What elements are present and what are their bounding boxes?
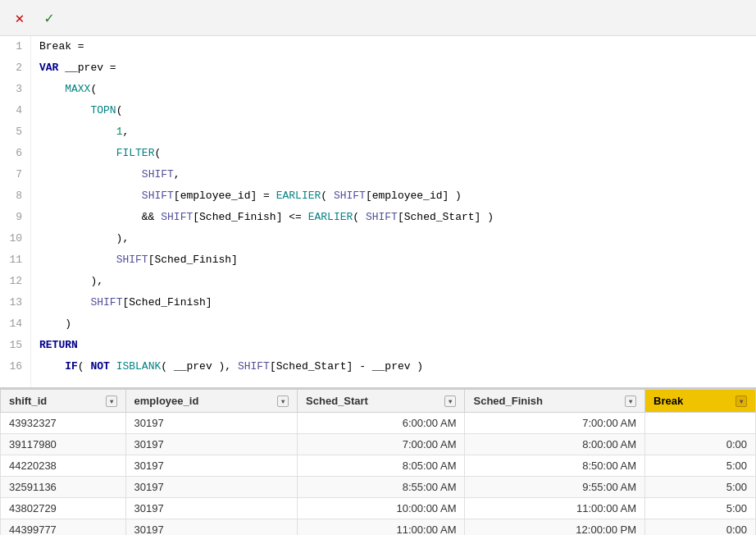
line-number: 1 [8, 36, 22, 57]
table-row: 39117980301977:00:00 AM8:00:00 AM0:00 [1, 434, 756, 455]
table-row: 44220238301978:05:00 AM8:50:00 AM5:00 [1, 455, 756, 477]
table-header-employee_id[interactable]: employee_id▾ [125, 390, 297, 413]
line-number: 4 [8, 100, 22, 121]
column-label-break: Break [654, 395, 683, 407]
data-table: shift_id▾employee_id▾Sched_Start▾Sched_F… [0, 389, 756, 535]
table-header-sched_finish[interactable]: Sched_Finish▾ [465, 390, 645, 413]
cell-break: 0:00 [645, 519, 756, 536]
line-number: 9 [8, 207, 22, 228]
cell-sched_start: 6:00:00 AM [298, 413, 465, 434]
table-row: 43932327301976:00:00 AM7:00:00 AM [1, 413, 756, 434]
table-header-sched_start[interactable]: Sched_Start▾ [298, 390, 465, 413]
cell-shift_id: 32591136 [1, 477, 126, 498]
column-label-sched_start: Sched_Start [306, 395, 368, 407]
line-number: 10 [8, 228, 22, 249]
cell-sched_finish: 12:00:00 PM [465, 519, 645, 536]
cell-employee_id: 30197 [125, 413, 297, 434]
cell-sched_start: 10:00:00 AM [298, 498, 465, 519]
code-line: 1, [39, 121, 748, 143]
cell-shift_id: 39117980 [1, 434, 126, 455]
line-number: 12 [8, 271, 22, 292]
code-line: ), [39, 271, 748, 292]
cell-break: 5:00 [645, 498, 756, 519]
code-line: SHIFT[Sched_Finish] [39, 249, 748, 271]
code-line: TOPN( [39, 100, 748, 121]
cell-employee_id: 30197 [125, 455, 297, 477]
cell-shift_id: 44399777 [1, 519, 126, 536]
cell-sched_start: 11:00:00 AM [298, 519, 465, 536]
cell-sched_finish: 9:55:00 AM [465, 477, 645, 498]
code-line: SHIFT, [39, 164, 748, 185]
cell-break [645, 413, 756, 434]
toolbar: ✕ ✓ [0, 0, 756, 36]
sort-dropdown-employee_id[interactable]: ▾ [277, 396, 289, 407]
line-number: 6 [8, 143, 22, 164]
cell-employee_id: 30197 [125, 498, 297, 519]
cell-sched_finish: 7:00:00 AM [465, 413, 645, 434]
code-line: ), [39, 228, 748, 249]
confirm-button[interactable]: ✓ [38, 7, 61, 30]
cell-break: 0:00 [645, 434, 756, 455]
cell-shift_id: 43932327 [1, 413, 126, 434]
table-header-shift_id[interactable]: shift_id▾ [1, 390, 126, 413]
line-number: 16 [8, 356, 22, 377]
line-number: 13 [8, 292, 22, 313]
code-line: && SHIFT[Sched_Finish] <= EARLIER( SHIFT… [39, 207, 748, 228]
line-number: 15 [8, 335, 22, 356]
cell-shift_id: 44220238 [1, 455, 126, 477]
code-content[interactable]: Break =VAR __prev = MAXX( TOPN( 1, FILTE… [31, 36, 756, 387]
code-line: SHIFT[Sched_Finish] [39, 292, 748, 313]
code-line: ) [39, 313, 748, 335]
table-row: 438027293019710:00:00 AM11:00:00 AM5:00 [1, 498, 756, 519]
line-number: 11 [8, 249, 22, 271]
cell-employee_id: 30197 [125, 519, 297, 536]
column-label-employee_id: employee_id [134, 395, 199, 407]
cell-employee_id: 30197 [125, 434, 297, 455]
column-label-shift_id: shift_id [9, 395, 47, 407]
code-line: IF( NOT ISBLANK( __prev ), SHIFT[Sched_S… [39, 356, 748, 377]
editor-area: 12345678910111213141516 Break =VAR __pre… [0, 36, 756, 389]
cell-sched_finish: 8:50:00 AM [465, 455, 645, 477]
sort-dropdown-sched_start[interactable]: ▾ [444, 396, 456, 407]
line-number: 3 [8, 79, 22, 100]
line-number: 14 [8, 313, 22, 335]
cell-shift_id: 43802729 [1, 498, 126, 519]
cell-sched_start: 8:05:00 AM [298, 455, 465, 477]
code-line: RETURN [39, 335, 748, 356]
table-row: 32591136301978:55:00 AM9:55:00 AM5:00 [1, 477, 756, 498]
code-line: VAR __prev = [39, 57, 748, 79]
cell-sched_start: 7:00:00 AM [298, 434, 465, 455]
line-number: 5 [8, 121, 22, 143]
code-line: SHIFT[employee_id] = EARLIER( SHIFT[empl… [39, 185, 748, 207]
code-line: Break = [39, 36, 748, 57]
cell-break: 5:00 [645, 477, 756, 498]
cell-break: 5:00 [645, 455, 756, 477]
code-line: MAXX( [39, 79, 748, 100]
cell-sched_finish: 11:00:00 AM [465, 498, 645, 519]
sort-dropdown-break[interactable]: ▾ [736, 396, 747, 407]
table-header-break[interactable]: Break▾ [645, 390, 756, 413]
column-label-sched_finish: Sched_Finish [473, 395, 543, 407]
close-button[interactable]: ✕ [8, 7, 31, 30]
sort-dropdown-sched_finish[interactable]: ▾ [625, 396, 636, 407]
cell-employee_id: 30197 [125, 477, 297, 498]
cell-sched_start: 8:55:00 AM [298, 477, 465, 498]
table-row: 443997773019711:00:00 AM12:00:00 PM0:00 [1, 519, 756, 536]
line-number: 7 [8, 164, 22, 185]
table-area: shift_id▾employee_id▾Sched_Start▾Sched_F… [0, 389, 756, 535]
line-number: 2 [8, 57, 22, 79]
cell-sched_finish: 8:00:00 AM [465, 434, 645, 455]
line-number: 8 [8, 185, 22, 207]
line-numbers: 12345678910111213141516 [0, 36, 31, 387]
sort-dropdown-shift_id[interactable]: ▾ [106, 396, 117, 407]
code-line: FILTER( [39, 143, 748, 164]
